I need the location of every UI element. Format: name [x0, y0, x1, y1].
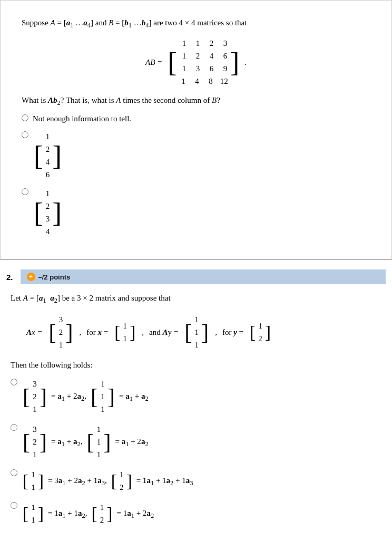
q1-radio-2[interactable] [22, 131, 28, 138]
rb: ] [40, 431, 47, 453]
lb: [ [23, 385, 30, 408]
r2: 1 [194, 326, 199, 339]
q2-radio-a[interactable] [11, 379, 17, 385]
vec-row-3: 4 [45, 156, 50, 168]
vec-row-3: 3 [45, 213, 50, 225]
opt-c-eq1: = 3a1 + 2a2 + 1a3, [48, 474, 107, 488]
lb: [ [23, 431, 30, 453]
q2-header: + –/2 points [21, 269, 386, 284]
lb: [ [114, 324, 120, 341]
opt-d-lhs: [ 1 1 ] [23, 500, 44, 527]
q1-vec-3: [ 1 2 3 4 ] [34, 186, 62, 239]
lb: [ [86, 431, 94, 453]
cell-4-4: 12 [220, 75, 228, 88]
q1-option-1: Not enough information to tell. [22, 112, 370, 125]
comma-3: , [215, 326, 217, 339]
opt-c-rhs: [ 1 2 ] [111, 467, 132, 495]
question-1-block: Suppose A = [a1 …a4] and B = [b1 …b4] ar… [0, 0, 392, 259]
for-y-label: for y = [222, 326, 243, 339]
then-text: Then the following holds: [11, 359, 381, 371]
q2-opt-a-content: [ 3 2 1 ] = a1 + 2a2, [ 1 1 1 [22, 377, 149, 417]
vec: 3 2 1 [30, 422, 40, 462]
matrix-row-2: 1 2 4 6 [180, 50, 227, 62]
q2-header-row: 2. + –/2 points [0, 269, 392, 284]
q2-option-b: [ 3 2 1 ] = a1 + a2, [ 1 1 1 [11, 422, 381, 462]
r1: 1 [96, 423, 101, 436]
q2-option-a: [ 3 2 1 ] = a1 + 2a2, [ 1 1 1 [11, 377, 381, 417]
matrix-row-1: 1 1 2 3 [180, 37, 227, 50]
vec: 1 1 1 [94, 422, 103, 462]
opt-a-eq1: = a1 + 2a2, [51, 390, 86, 404]
cell-2-3: 4 [207, 50, 213, 62]
lb: [ [111, 472, 117, 490]
matrix-row-4: 1 4 8 12 [179, 75, 228, 88]
rb: ] [107, 385, 115, 408]
opt-b-lhs: [ 3 2 1 ] [23, 422, 47, 462]
q1-vec-2: [ 1 2 4 6 ] [34, 129, 62, 182]
q2-radio-b[interactable] [11, 424, 17, 431]
opt-c-eq2: = 1a1 + 1a2 + 1a3 [136, 474, 193, 488]
cell-1-1: 1 [180, 37, 186, 50]
q2-radio-c[interactable] [11, 469, 17, 476]
r2: 2 [32, 390, 37, 403]
matrix-row-3: 1 3 6 9 [180, 62, 227, 75]
r1: 3 [32, 378, 37, 390]
q2-opt-c-content: [ 1 1 ] = 3a1 + 2a2 + 1a3, [ 1 2 ] [22, 467, 193, 495]
cell-2-2: 2 [193, 50, 200, 62]
q1-radio-1[interactable] [22, 114, 28, 121]
rb: ] [130, 324, 135, 341]
cell-2-4: 6 [221, 50, 227, 62]
left-bracket: [ [34, 199, 43, 227]
vec: 1 1 1 [192, 312, 201, 352]
vec-row-2: 2 [45, 143, 50, 156]
vec: 1 1 [120, 319, 130, 346]
q1-option-3: [ 1 2 3 4 ] [22, 186, 370, 239]
opt-a-rhs: [ 1 1 1 ] [91, 377, 115, 417]
q2-opt-d-content: [ 1 1 ] = 1a1 + 1a2, [ 1 2 ] = 1a1 [22, 500, 154, 527]
rb: ] [265, 324, 271, 341]
rb: ] [126, 472, 132, 490]
cell-3-4: 9 [221, 62, 227, 75]
for-x-label: for x = [86, 326, 108, 339]
r1: 1 [100, 378, 105, 390]
comma-2: , [142, 326, 144, 339]
opt-c-lhs: [ 1 1 ] [23, 467, 44, 495]
q1-option-2: [ 1 2 4 6 ] [22, 129, 370, 182]
ax-label: Ax = [26, 326, 43, 339]
r2: 2 [258, 332, 263, 345]
vec: 1 2 [97, 500, 106, 527]
r2: 1 [96, 436, 101, 448]
opt-d-eq1: = 1a1 + 1a2, [48, 507, 87, 521]
r1: 1 [31, 501, 36, 514]
right-bracket: ] [230, 49, 239, 76]
r2: 1 [31, 481, 36, 494]
question-2-wrapper: 2. + –/2 points Let A = [a1 a2] be a 3 ×… [0, 269, 392, 537]
rb: ] [103, 431, 111, 453]
q1-radio-3[interactable] [22, 188, 28, 195]
r3: 1 [100, 403, 105, 416]
r2: 2 [99, 514, 104, 526]
cell-3-1: 1 [180, 62, 186, 75]
cell-1-3: 2 [207, 37, 213, 50]
opt-b-rhs: [ 1 1 1 ] [86, 422, 111, 462]
lb: [ [91, 505, 97, 523]
r2: 1 [122, 332, 128, 345]
x-vec: [ 1 1 ] [114, 319, 135, 346]
lb: [ [49, 321, 56, 343]
y-vec: [ 1 2 ] [250, 319, 271, 346]
lb: [ [23, 505, 28, 523]
q2-option-c: [ 1 1 ] = 3a1 + 2a2 + 1a3, [ 1 2 ] [11, 467, 381, 495]
q2-radio-d[interactable] [11, 502, 17, 509]
vec-row-2: 2 [45, 200, 50, 213]
right-bracket: ] [52, 199, 61, 227]
vec-col: 1 2 3 4 [43, 186, 52, 239]
r3: 1 [32, 448, 37, 461]
lb: [ [91, 385, 98, 408]
opt-a-eq2: = a1 + a2 [119, 390, 149, 404]
q2-opt-b-content: [ 3 2 1 ] = a1 + a2, [ 1 1 1 [22, 422, 149, 462]
vec-row-4: 6 [45, 168, 50, 181]
vec-row-1: 1 [45, 187, 50, 200]
q1-option-1-label: Not enough information to tell. [33, 112, 131, 125]
q2-option-d: [ 1 1 ] = 1a1 + 1a2, [ 1 2 ] = 1a1 [11, 500, 381, 527]
vec: 3 2 1 [30, 377, 40, 417]
